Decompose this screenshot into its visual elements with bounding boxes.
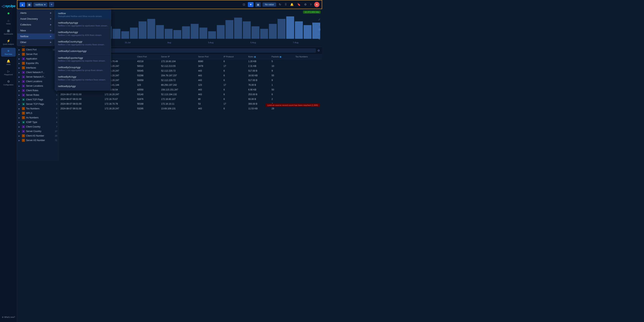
notifications-btn[interactable]: 🔔 [290, 2, 294, 7]
field-item[interactable]: ▶ T Client AS Number 23 [17, 134, 58, 138]
field-item[interactable]: ▶ ▦ Server TCP Flags 3 [17, 102, 58, 106]
field-type-icon: T [22, 116, 25, 119]
filter-btn[interactable]: ▼ [248, 2, 254, 7]
edit-chart-icon[interactable]: ✎ [318, 37, 321, 41]
field-item[interactable]: ▶ ◈ Client Roles 3 [17, 88, 58, 93]
table-row[interactable]: 2024-08-07 08:01:00 172.16.20.247 53295 … [58, 106, 322, 111]
field-item[interactable]: ▶ ◈ Server Roles 3 [17, 93, 58, 97]
chart-bar [174, 30, 181, 39]
sidebar-item-home[interactable]: ⌂Home [1, 17, 16, 26]
field-item[interactable]: ▶ T Server AS Number 71 [17, 138, 58, 142]
field-item[interactable]: ▶ T Interfaces 9 [17, 66, 58, 70]
field-name: ICMP Type [26, 121, 55, 124]
sidebar: ◁ syc∂pe ⌂Home▦Dashboards⚡Quick Analysis… [0, 0, 17, 161]
field-type-icon: T [22, 139, 25, 142]
grid-view-btn[interactable]: ▦ [27, 2, 32, 7]
field-item[interactable]: ▶ T Exporter IPs 3 [17, 61, 58, 66]
chart-bar [156, 25, 164, 39]
refresh-btn[interactable]: ↻ [278, 2, 282, 7]
expand-arrow: ▶ [18, 117, 21, 119]
avatar[interactable]: A [314, 2, 320, 7]
field-item[interactable]: ▶ ◈ Server Network F... 4 [17, 74, 58, 79]
cell-server-ip: 52.112.220.72 [159, 68, 196, 73]
menu-item-asset discovery[interactable]: Asset Discovery▶ [17, 16, 54, 22]
table-search[interactable]: 🔍 [98, 48, 316, 53]
table-row[interactable]: 2024-08-07 08:01:00 172.16.70.67 51876 1… [58, 97, 322, 102]
chart-bar [200, 28, 208, 39]
sidebar-label-configuration: Configuration [4, 84, 14, 86]
submenu-item-netflow[interactable]: netflow Deduplicated Netflow and Sflow r… [55, 10, 111, 20]
field-type-icon: ▦ [22, 121, 25, 124]
chart-bar [225, 20, 233, 39]
menu-item-other[interactable]: Other▶ [17, 39, 54, 45]
chart-bar [260, 29, 268, 39]
field-item[interactable]: ▶ ◈ Application 52 [17, 56, 58, 61]
field-item[interactable]: ▶ ▦ Client TCP Flags 4 [17, 97, 58, 102]
sidebar-item-playground[interactable]: ▷Playground [1, 68, 16, 77]
cell-tos [294, 106, 322, 111]
expand-arrow: ▶ [18, 85, 21, 87]
settings-btn[interactable]: ⚙ [304, 2, 307, 7]
cell-tos [294, 83, 322, 88]
no-value-label: No value [265, 3, 274, 6]
submenu-title: netflowByGroupAggr [58, 66, 108, 69]
bar-chart-icon[interactable]: ▦ [318, 27, 321, 31]
submenu-item-netflowByCustomAppAggr[interactable]: netflowByCustomAppAggr [55, 48, 111, 54]
expand-icon[interactable]: ⤢ [318, 17, 321, 22]
chart-bar [286, 16, 294, 39]
menu-item-nbox[interactable]: Nbox▶ [17, 28, 54, 34]
apps-btn[interactable]: ⠿ [284, 2, 288, 7]
save-btn[interactable]: ⊡ [242, 2, 246, 7]
bookmarks-btn[interactable]: 🔖 [296, 2, 302, 7]
field-count: 4 [56, 121, 57, 123]
field-name: Server TCP Flags [26, 103, 55, 106]
submenu-item-netflowByAppAggr[interactable]: netflowByAppAggr Netflow 1 min aggregate… [55, 20, 111, 29]
chart-toggle-btn[interactable]: ▲ [20, 2, 25, 7]
field-item[interactable]: ▶ T Client Port 1000 [17, 48, 58, 52]
field-item[interactable]: ▶ T MPLS 1 [17, 111, 58, 116]
field-item[interactable]: ▶ ▦ ICMP Type 4 [17, 120, 58, 124]
submenu-item-netflowByGroupAggr[interactable]: netflowByGroupAggr Netflow 1 min aggrega… [55, 64, 111, 74]
table-search-input[interactable] [104, 49, 314, 52]
field-name: MPLS [26, 112, 55, 114]
field-item[interactable]: ▶ ◈ Client Country 7 [17, 124, 58, 129]
table-settings-btn[interactable]: ⚙ [317, 49, 320, 52]
field-item[interactable]: ▶ T Tos Numbers 2 [17, 106, 58, 111]
cell-tos [294, 92, 322, 97]
x-label-3: Aug [168, 41, 171, 44]
submenu-item-netflowByAsnAggr[interactable]: netflowByAsnAggr Netflow 1 min aggregate… [55, 29, 111, 38]
field-type-icon: ◈ [22, 75, 25, 78]
table-row[interactable]: 2024-08-07 08:01:00 172.16.20.247 53140 … [58, 92, 322, 97]
sidebar-item-dashboards[interactable]: ▦Dashboards [1, 28, 16, 36]
help-btn[interactable]: ? [309, 2, 312, 7]
field-item[interactable]: ▶ T As Numbers 2 [17, 116, 58, 120]
table-chart-icon[interactable]: ≡ [318, 32, 321, 36]
cell-server-port: 443 [196, 68, 222, 73]
sidebar-item-raw-data[interactable]: ≡Raw Data [1, 48, 16, 57]
menu-item-collectors[interactable]: Collectors▶ [17, 22, 54, 28]
submenu-item-netflowByIpAggr[interactable]: netflowByIpAggr [55, 83, 111, 90]
field-item[interactable]: ▶ ◈ Server Country 17 [17, 129, 58, 134]
cell-server-port: 443 [196, 92, 222, 97]
field-item[interactable]: ▶ ◈ Server Locations 6 [17, 84, 58, 88]
cell-tos [294, 64, 322, 68]
menu-item-alerts[interactable]: Alerts▶ [17, 10, 54, 16]
chart-type-icon[interactable]: ▲ [318, 22, 321, 26]
cell-server-port: 443 [196, 78, 222, 83]
field-item[interactable]: ▶ ◈ Client Network F... 4 [17, 70, 58, 74]
view-mode-btn[interactable]: ▦ [256, 2, 261, 7]
add-tab-btn[interactable]: + [49, 2, 54, 7]
submenu-desc: Netflow 1 min aggregated by group flows … [58, 69, 108, 72]
menu-arrow-icon: ▶ [50, 12, 52, 14]
menu-item-netflow[interactable]: Netflow▶ [17, 34, 54, 39]
field-item[interactable]: ▶ ◈ Client Locations 5 [17, 79, 58, 84]
submenu-item-netflowByIfcAggr[interactable]: netflowByIfcAggr Netflow 1 min aggregate… [55, 74, 111, 83]
sidebar-item-configuration[interactable]: ⚙Configuration [1, 78, 16, 87]
field-type-icon: T [22, 53, 25, 56]
sidebar-item-alerts[interactable]: 🔔Alerts [1, 58, 16, 67]
submenu-item-netflowByCountryAggr[interactable]: netflowByCountryAggr Netflow 1 min aggre… [55, 38, 111, 48]
sidebar-item-quick-analysis[interactable]: ⚡Quick Analysis [1, 38, 16, 47]
field-item[interactable]: ▶ T Server Port 52 [17, 52, 58, 56]
submenu-item-netflowByExporterAggr[interactable]: netflowByExporterAggr Netflow 1 min aggr… [55, 54, 111, 64]
datasource-selector[interactable]: netflow ▾ [34, 2, 48, 7]
